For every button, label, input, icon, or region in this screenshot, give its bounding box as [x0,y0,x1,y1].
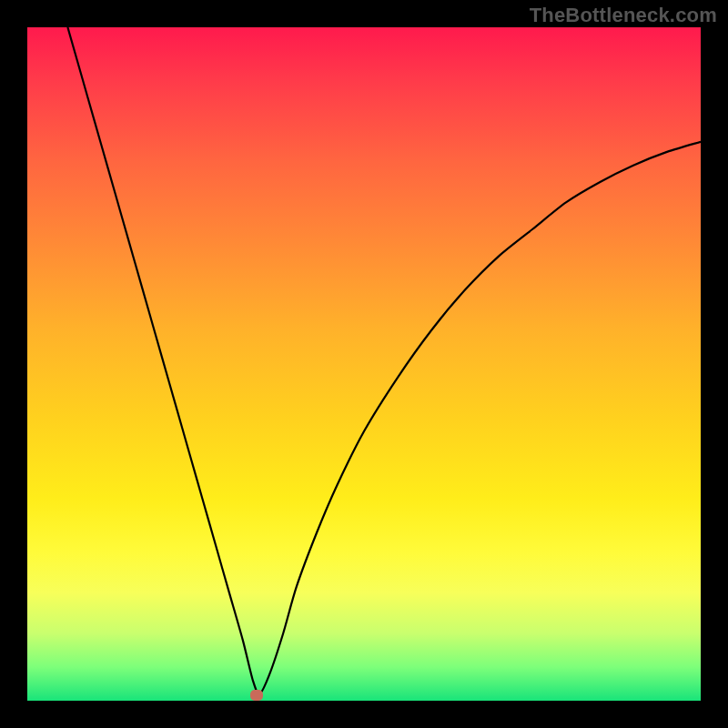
watermark-text: TheBottleneck.com [530,4,717,27]
chart-frame: TheBottleneck.com [0,0,728,728]
bottleneck-curve [67,27,701,694]
optimum-marker [250,690,263,701]
plot-area [27,27,701,701]
curve-svg [27,27,701,701]
